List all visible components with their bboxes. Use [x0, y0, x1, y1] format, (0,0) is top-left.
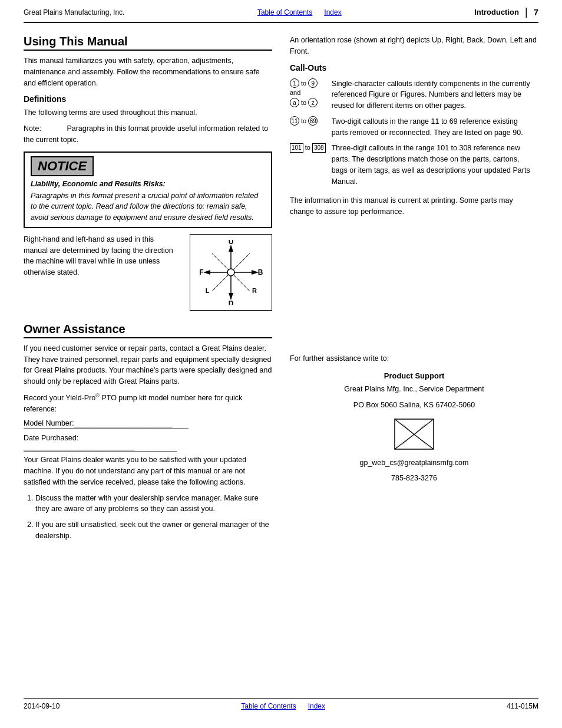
current-info: The information in this manual is curren…	[290, 195, 538, 218]
svg-text:D: D	[229, 299, 234, 305]
support-address-1: Great Plains Mfg. Inc., Service Departme…	[290, 384, 538, 395]
orientation-section: Right-hand and left-hand as used in this…	[24, 234, 272, 311]
header-nav: Table of Contents Index	[257, 8, 342, 17]
using-manual-intro: This manual familiarizes you with safety…	[24, 55, 272, 88]
envelope-icon	[290, 418, 538, 450]
action-list: Discuss the matter with your dealership …	[35, 493, 272, 542]
svg-point-8	[227, 269, 234, 276]
note-label: Note:	[24, 124, 41, 133]
definitions-title: Definitions	[24, 94, 272, 104]
callout-range-3: 101 to 308	[290, 140, 332, 189]
support-address-2: PO Box 5060 Salina, KS 67402-5060	[290, 400, 538, 411]
footer-date: 2014-09-10	[24, 702, 59, 710]
owner-right-section: For further assistance write to: Product…	[290, 353, 538, 484]
callout-row-2: 11 to 69 Two-digit callouts in the range…	[290, 114, 538, 141]
company-name: Great Plains Manufacturing, Inc.	[24, 8, 124, 17]
svg-text:R: R	[252, 287, 257, 294]
svg-text:F: F	[199, 268, 203, 276]
header-section: Introduction | 7	[474, 6, 538, 18]
callout-desc-1: Single-character callouts identify compo…	[332, 76, 538, 114]
note-text: Paragraphs in this format provide useful…	[24, 124, 268, 144]
callouts-title: Call-Outs	[290, 63, 538, 73]
using-manual-title: Using This Manual	[24, 35, 272, 51]
svg-text:L: L	[206, 287, 210, 294]
owner-left-text1: If you need customer service or repair p…	[24, 343, 272, 387]
owner-left-text2: Record your Yield-Pro® PTO pump kit mode…	[24, 392, 272, 415]
left-column: Using This Manual This manual familiariz…	[24, 35, 272, 546]
callouts-table: 1 to 9and a to z Single-character callou…	[290, 76, 538, 190]
callout-row-1: 1 to 9and a to z Single-character callou…	[290, 76, 538, 114]
footer-toc-link[interactable]: Table of Contents	[241, 702, 296, 710]
header-toc-link[interactable]: Table of Contents	[257, 8, 312, 17]
callout-range-2: 11 to 69	[290, 114, 332, 141]
svg-line-16	[395, 419, 414, 434]
date-purchased-line: Date Purchased: ________________________…	[24, 434, 177, 452]
notice-box: NOTICE Liability, Economic and Results R…	[24, 151, 272, 228]
support-phone: 785-823-3276	[290, 473, 538, 484]
right-column: An orientation rose (shown at right) dep…	[290, 35, 538, 546]
product-support-title: Product Support	[290, 370, 538, 382]
further-assistance: For further assistance write to:	[290, 353, 538, 364]
svg-text:B: B	[258, 268, 263, 276]
orientation-text: Right-hand and left-hand as used in this…	[24, 234, 178, 278]
callout-row-3: 101 to 308 Three-digit callouts in the r…	[290, 140, 538, 189]
orientation-note: An orientation rose (shown at right) dep…	[290, 35, 538, 57]
owner-assistance-title: Owner Assistance	[24, 322, 272, 338]
callout-desc-2: Two-digit callouts in the range 11 to 69…	[332, 114, 538, 141]
footer-part-number: 411-015M	[507, 702, 538, 710]
action-item-1: Discuss the matter with your dealership …	[35, 493, 272, 515]
owner-assistance-section: Owner Assistance If you need customer se…	[24, 322, 272, 542]
svg-marker-6	[203, 270, 210, 275]
callout-desc-3: Three-digit callouts in the range 101 to…	[332, 140, 538, 189]
definitions-text: The following terms are used throughout …	[24, 107, 272, 118]
notice-subtitle: Liability, Economic and Results Risks:	[31, 180, 265, 188]
callout-range-1: 1 to 9and a to z	[290, 76, 332, 114]
notice-title: NOTICE	[31, 156, 94, 176]
orientation-rose: U D F B L R	[190, 234, 272, 311]
notice-body: Paragraphs in this format present a cruc…	[31, 190, 265, 223]
header-index-link[interactable]: Index	[324, 8, 341, 17]
support-block: Product Support Great Plains Mfg. Inc., …	[290, 370, 538, 485]
action-item-2: If you are still unsatisfied, seek out t…	[35, 519, 272, 542]
support-email: gp_web_cs@greatplainsmfg.com	[290, 457, 538, 469]
footer: 2014-09-10 Table of Contents Index 411-0…	[0, 699, 562, 716]
svg-text:U: U	[229, 240, 234, 246]
satisfaction-text: Your Great Plains dealer wants you to be…	[24, 454, 272, 487]
footer-nav: Table of Contents Index	[241, 702, 325, 710]
footer-index-link[interactable]: Index	[308, 702, 325, 710]
svg-line-17	[414, 419, 434, 434]
note-block: Note: Paragraphs in this format provide …	[24, 123, 272, 146]
model-number-line: Model Number:________________________	[24, 419, 189, 429]
page-number: 7	[534, 7, 538, 17]
